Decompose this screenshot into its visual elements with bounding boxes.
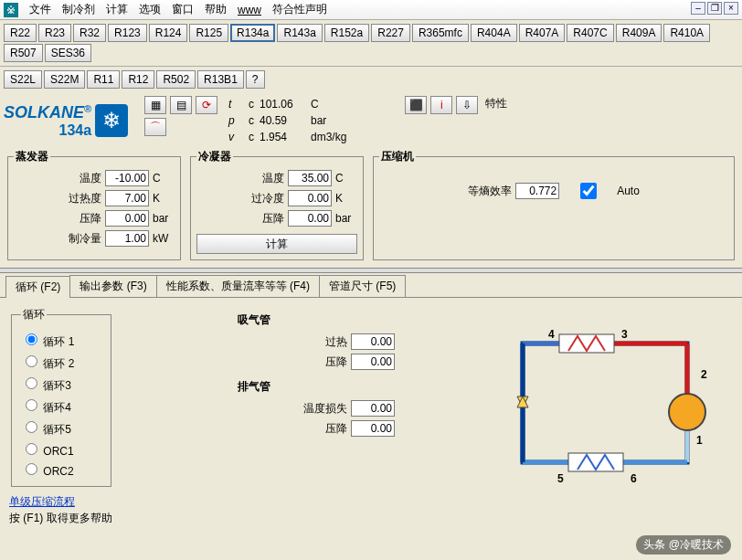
menu-window[interactable]: 窗口 <box>172 2 194 17</box>
condenser-panel: 冷凝器 温度C过冷度K压降bar 计算 <box>190 149 364 260</box>
splitter[interactable] <box>0 268 742 273</box>
table-icon[interactable]: ▤ <box>170 96 192 114</box>
refrigerant-r507[interactable]: R507 <box>4 44 43 62</box>
refrigerant-r13b1[interactable]: R13B1 <box>197 70 244 89</box>
refrigerant-r32[interactable]: R32 <box>73 24 106 42</box>
cycle-option-2[interactable]: 循环3 <box>21 375 101 394</box>
refrigerant-ses36[interactable]: SES36 <box>45 44 91 62</box>
cond-label-2: 压降 <box>262 211 284 227</box>
evap-input-2[interactable] <box>105 210 149 227</box>
minimize-button[interactable]: – <box>691 2 705 15</box>
chart-icon[interactable]: ▦ <box>144 96 166 114</box>
cycle-option-4[interactable]: 循环5 <box>21 418 101 438</box>
evap-unit-0: C <box>153 172 175 185</box>
auto-checkbox[interactable] <box>567 183 610 199</box>
refrigerant-r409a[interactable]: R409A <box>616 24 662 42</box>
refrigerant-s22l[interactable]: S22L <box>4 70 42 89</box>
compressor-panel: 压缩机 等熵效率 Auto <box>373 149 735 260</box>
maximize-button[interactable]: ❐ <box>707 2 722 15</box>
help-hint: 按 (F1) 取得更多帮助 <box>9 511 112 526</box>
plot-icon[interactable]: ⌒ <box>144 118 166 136</box>
svg-text:4: 4 <box>548 328 555 341</box>
suction-label-0: 过热 <box>325 334 347 350</box>
refrigerant-r124[interactable]: R124 <box>149 24 188 42</box>
refrigerant-r125[interactable]: R125 <box>189 24 228 42</box>
cond-unit-2: bar <box>335 212 357 225</box>
cond-unit-0: C <box>335 172 357 185</box>
discharge-legend: 排气管 <box>238 379 420 395</box>
product-logo: SOLKANE® 134a ❄ <box>4 96 141 145</box>
isentropic-eff-input[interactable] <box>515 183 559 199</box>
refrigerant-r123[interactable]: R123 <box>108 24 147 42</box>
cycle-option-5[interactable]: ORC1 <box>21 440 101 458</box>
refrigerant-?[interactable]: ? <box>246 70 265 89</box>
snowflake-icon: ❄ <box>95 104 128 137</box>
suction-input-1[interactable] <box>351 354 395 370</box>
refrigerant-r407a[interactable]: R407A <box>519 24 566 42</box>
cond-input-1[interactable] <box>288 190 332 206</box>
refrigerant-r227[interactable]: R227 <box>371 24 410 42</box>
menu-file[interactable]: 文件 <box>29 2 51 17</box>
tab-strip: 循环 (F2)输出参数 (F3)性能系数、质量流率等等 (F4)管道尺寸 (F5… <box>0 275 742 298</box>
info-icon[interactable]: i <box>430 96 452 114</box>
discharge-input-1[interactable] <box>351 420 395 437</box>
down-icon[interactable]: ⇩ <box>456 96 478 114</box>
refrigerant-r404a[interactable]: R404A <box>471 24 517 42</box>
refrigerant-r365mfc[interactable]: R365mfc <box>412 24 469 42</box>
cycle-option-3[interactable]: 循环4 <box>21 396 101 416</box>
cycle-option-6[interactable]: ORC2 <box>21 460 101 478</box>
evap-input-0[interactable] <box>105 170 149 186</box>
tab-1[interactable]: 输出参数 (F3) <box>69 275 156 297</box>
cycle-option-1[interactable]: 循环 2 <box>21 353 101 372</box>
evap-label-0: 温度 <box>80 171 101 186</box>
compressor-legend: 压缩机 <box>379 149 416 164</box>
tab-0[interactable]: 循环 (F2) <box>5 276 70 298</box>
process-link[interactable]: 单级压缩流程 <box>9 494 75 510</box>
app-icon: ※ <box>4 3 18 17</box>
refrigerant-r143a[interactable]: R143a <box>277 24 322 42</box>
evap-input-3[interactable] <box>105 230 149 247</box>
compressor-symbol <box>669 394 705 430</box>
menu-help[interactable]: 帮助 <box>205 2 227 17</box>
discharge-label-1: 压降 <box>325 421 347 437</box>
menu-compliance[interactable]: 符合性声明 <box>272 2 327 17</box>
menu-calc[interactable]: 计算 <box>106 2 128 17</box>
calculate-button[interactable]: 计算 <box>196 234 357 254</box>
svg-text:6: 6 <box>631 472 637 485</box>
tab-2[interactable]: 性能系数、质量流率等等 (F4) <box>156 275 320 297</box>
bars-icon[interactable]: ⬛ <box>405 96 427 114</box>
refrigerant-r134a[interactable]: R134a <box>230 24 275 42</box>
refrigerant-r152a[interactable]: R152a <box>324 24 369 42</box>
cond-unit-1: K <box>335 192 357 205</box>
refrigerant-r12[interactable]: R12 <box>122 70 154 89</box>
refrigerant-r11[interactable]: R11 <box>87 70 120 89</box>
refrigerant-s22m[interactable]: S22M <box>44 70 85 89</box>
cond-label-0: 温度 <box>262 171 284 186</box>
condenser-legend: 冷凝器 <box>196 149 233 164</box>
cycle-option-0[interactable]: 循环 1 <box>21 331 101 350</box>
evap-label-2: 压降 <box>80 211 101 227</box>
auto-label: Auto <box>617 185 640 197</box>
svg-text:3: 3 <box>621 328 628 341</box>
cond-input-2[interactable] <box>288 210 332 227</box>
evap-input-1[interactable] <box>105 190 149 206</box>
tab-3[interactable]: 管道尺寸 (F5) <box>319 275 406 297</box>
discharge-input-0[interactable] <box>351 400 395 417</box>
menu-options[interactable]: 选项 <box>139 2 161 17</box>
evap-unit-2: bar <box>153 212 175 225</box>
refrigerant-r502[interactable]: R502 <box>156 70 196 89</box>
cycle-diagram: 1 2 3 4 5 6 <box>495 325 715 490</box>
suction-input-0[interactable] <box>351 333 395 350</box>
refrigerant-r22[interactable]: R22 <box>4 24 37 42</box>
menu-www[interactable]: www <box>238 4 261 16</box>
refrigerant-r410a[interactable]: R410A <box>663 24 710 42</box>
refrigerant-r23[interactable]: R23 <box>38 24 71 42</box>
cycle-icon[interactable]: ⟳ <box>196 96 217 114</box>
cond-input-0[interactable] <box>288 170 332 186</box>
close-button[interactable]: × <box>724 2 738 15</box>
refrigerant-r407c[interactable]: R407C <box>567 24 613 42</box>
menu-refrigerant[interactable]: 制冷剂 <box>62 2 95 17</box>
svg-text:1: 1 <box>696 434 703 447</box>
evap-unit-1: K <box>153 192 175 205</box>
evap-label-1: 过热度 <box>69 191 101 206</box>
